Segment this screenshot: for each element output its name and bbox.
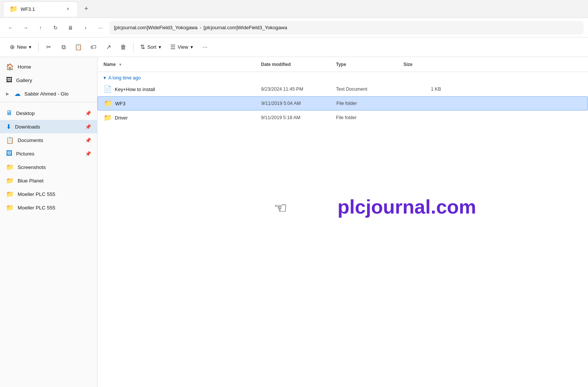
- sidebar-item-label-gallery: Gallery: [16, 78, 91, 83]
- gallery-icon: 🖼: [6, 76, 12, 84]
- cut-button[interactable]: ✂: [42, 40, 55, 54]
- forward-button[interactable]: →: [20, 22, 32, 34]
- sidebar-item-label-moeller2: Moeller PLC 555: [18, 205, 91, 211]
- watermark: plcjournal.com: [338, 196, 476, 218]
- view-dropdown-icon: ▾: [190, 44, 193, 50]
- rename-button[interactable]: 🏷: [87, 40, 100, 54]
- sidebar: 🏠 Home 🖼 Gallery ▶ ☁ Sabbir Ahmed - Glo …: [0, 57, 98, 387]
- file-label-key: Key+How to install: [115, 87, 155, 92]
- moeller2-icon: 📁: [6, 204, 14, 212]
- folder-wf3-icon: 📁: [104, 99, 112, 108]
- sidebar-item-documents[interactable]: 📋 Documents 📌: [0, 133, 97, 147]
- address-bar: ← → ↑ ↻ 🖥 › ··· [plcjournal.com]WideFiel…: [0, 18, 588, 37]
- sort-dropdown-icon: ▾: [159, 44, 161, 50]
- copy-button[interactable]: ⧉: [57, 40, 70, 54]
- pictures-icon: 🖼: [6, 150, 12, 157]
- back-button[interactable]: ←: [4, 22, 16, 34]
- col-header-type[interactable]: Type: [336, 62, 404, 67]
- file-size-key: 1 KB: [404, 87, 441, 92]
- toolbar-separator-1: [38, 43, 39, 52]
- more-toolbar-button[interactable]: ···: [198, 40, 212, 54]
- sidebar-item-label-moeller1: Moeller PLC 555: [18, 191, 91, 197]
- share-button[interactable]: ↗: [102, 40, 115, 54]
- group-header-long-time-ago[interactable]: ▾ A long time ago: [98, 72, 588, 82]
- sort-indicator: ▼: [118, 63, 122, 67]
- mouse-cursor: ☞: [274, 199, 287, 217]
- sort-label: Sort: [147, 44, 156, 50]
- up-button[interactable]: ↑: [34, 22, 46, 34]
- tab-title: WF3.1: [21, 6, 35, 12]
- path-separator-1: ›: [200, 25, 201, 30]
- address-path-input[interactable]: [plcjournal.com]WideField3_Yokogawa › [p…: [110, 21, 584, 34]
- downloads-pin-icon: 📌: [85, 124, 91, 130]
- new-dropdown-icon: ▾: [29, 44, 32, 50]
- sidebar-item-desktop[interactable]: 🖥 Desktop 📌: [0, 106, 97, 120]
- moeller1-icon: 📁: [6, 190, 14, 198]
- onedrive-icon: ☁: [14, 90, 21, 98]
- sidebar-item-label-screenshots: Screenshots: [18, 164, 91, 170]
- new-icon: ⊕: [10, 43, 15, 51]
- delete-button[interactable]: 🗑: [117, 40, 130, 54]
- sidebar-item-home[interactable]: 🏠 Home: [0, 60, 97, 73]
- sort-button[interactable]: ⇅ Sort ▾: [136, 40, 165, 54]
- more-nav-button[interactable]: ···: [94, 22, 106, 34]
- blueplanet-icon: 📁: [6, 177, 14, 185]
- sidebar-item-gallery[interactable]: 🖼 Gallery: [0, 73, 97, 87]
- sidebar-item-pictures[interactable]: 🖼 Pictures 📌: [0, 147, 97, 160]
- table-row[interactable]: 📁 Driver 9/11/2019 5:18 AM File folder: [98, 111, 588, 125]
- desktop-pin-icon: 📌: [85, 111, 91, 116]
- tab-folder-icon: 📁: [9, 5, 18, 13]
- window-tab[interactable]: 📁 WF3.1 ×: [3, 1, 78, 16]
- col-header-size[interactable]: Size: [404, 62, 441, 67]
- tab-close-button[interactable]: ×: [64, 5, 72, 13]
- col-header-date[interactable]: Date modified: [261, 62, 336, 67]
- sidebar-item-screenshots[interactable]: 📁 Screenshots: [0, 160, 97, 174]
- view-button[interactable]: ☰ View ▾: [166, 40, 197, 54]
- sidebar-item-onedrive[interactable]: ▶ ☁ Sabbir Ahmed - Glo: [0, 87, 97, 100]
- main-layout: 🏠 Home 🖼 Gallery ▶ ☁ Sabbir Ahmed - Glo …: [0, 57, 588, 387]
- downloads-icon: ⬇: [6, 123, 11, 131]
- toolbar: ⊕ New ▾ ✂ ⧉ 📋 🏷 ↗ 🗑 ⇅ Sort ▾ ☰ View ▾ ··…: [0, 37, 588, 57]
- sidebar-item-label-pictures: Pictures: [16, 151, 81, 157]
- breadcrumb-chevron[interactable]: ›: [80, 22, 92, 34]
- file-date-driver: 9/11/2019 5:18 AM: [261, 115, 336, 120]
- paste-button[interactable]: 📋: [72, 40, 85, 54]
- refresh-button[interactable]: ↻: [50, 22, 62, 34]
- sidebar-item-moeller2[interactable]: 📁 Moeller PLC 555: [0, 201, 97, 214]
- documents-icon: 📋: [6, 136, 14, 144]
- table-row[interactable]: 📄 Key+How to install 9/23/2024 11:45 PM …: [98, 82, 588, 96]
- sidebar-item-label-desktop: Desktop: [16, 111, 81, 116]
- documents-pin-icon: 📌: [85, 137, 91, 143]
- sidebar-divider: [0, 102, 97, 105]
- file-label-driver: Driver: [115, 115, 128, 121]
- file-name-key: 📄 Key+How to install: [104, 85, 261, 93]
- text-file-icon: 📄: [104, 85, 112, 93]
- sidebar-item-blueplanet[interactable]: 📁 Blue Planet: [0, 174, 97, 187]
- desktop-icon: 🖥: [6, 109, 12, 117]
- table-row[interactable]: 📁 WF3 9/11/2019 5:04 AM File folder: [98, 96, 588, 111]
- sidebar-item-label-documents: Documents: [18, 137, 81, 143]
- file-type-driver: File folder: [336, 115, 404, 120]
- group-chevron-icon: ▾: [104, 75, 106, 81]
- column-header-row: Name ▼ Date modified Type Size: [98, 57, 588, 72]
- col-header-name[interactable]: Name ▼: [104, 62, 261, 67]
- toolbar-separator-2: [133, 43, 134, 52]
- sidebar-item-moeller1[interactable]: 📁 Moeller PLC 555: [0, 187, 97, 201]
- file-type-wf3: File folder: [336, 101, 404, 106]
- sidebar-item-label-blueplanet: Blue Planet: [18, 178, 91, 184]
- sidebar-item-label-onedrive: Sabbir Ahmed - Glo: [24, 91, 91, 97]
- file-type-key: Text Document: [336, 87, 404, 92]
- location-icon-button[interactable]: 🖥: [64, 22, 76, 34]
- home-icon: 🏠: [6, 63, 14, 71]
- sidebar-item-label-downloads: Downloads: [15, 124, 81, 130]
- path-segment-1: [plcjournal.com]WideField3_Yokogawa: [114, 25, 198, 30]
- pictures-pin-icon: 📌: [85, 151, 91, 157]
- file-date-key: 9/23/2024 11:45 PM: [261, 87, 336, 92]
- new-button[interactable]: ⊕ New ▾: [6, 40, 35, 54]
- title-bar: 📁 WF3.1 × +: [0, 0, 588, 18]
- new-tab-button[interactable]: +: [80, 2, 93, 16]
- file-content-area: Name ▼ Date modified Type Size ▾ A long …: [98, 57, 588, 387]
- sidebar-item-downloads[interactable]: ⬇ Downloads 📌: [0, 120, 97, 133]
- sort-icon: ⇅: [140, 43, 145, 51]
- file-date-wf3: 9/11/2019 5:04 AM: [261, 101, 336, 106]
